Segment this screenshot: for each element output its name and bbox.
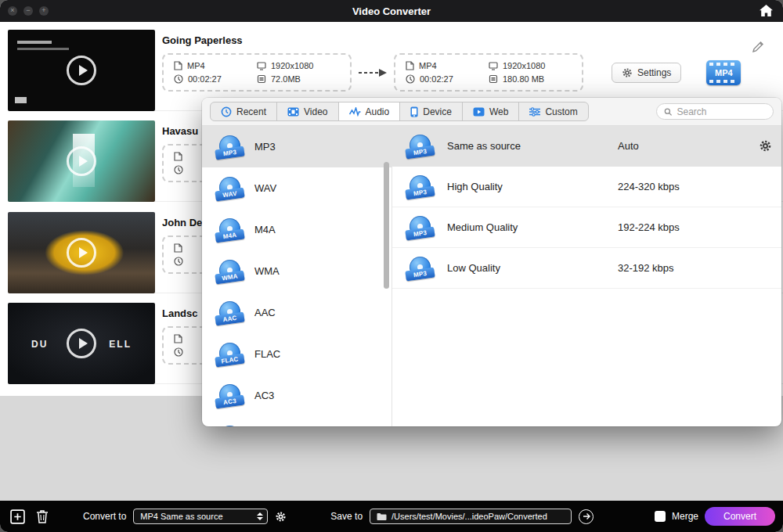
search-field[interactable]: [656, 103, 774, 120]
tab-recent[interactable]: Recent: [211, 102, 277, 120]
scrollbar-thumb[interactable]: [384, 162, 389, 289]
convert-arrow-icon: [358, 68, 388, 77]
monitor-icon: [489, 61, 498, 70]
aac-format-icon: AAC: [215, 300, 244, 325]
category-tabs: Recent Video Audio Device Web: [210, 102, 589, 121]
window-title: Video Converter: [0, 5, 783, 17]
video-thumbnail[interactable]: [8, 30, 155, 111]
app-window: Video Converter Going Paperless MP4: [0, 0, 783, 532]
file-icon: [406, 61, 414, 70]
mp3-format-icon: MP3: [406, 174, 435, 200]
file-icon: [174, 334, 182, 343]
bottom-toolbar: Convert to MP4 Same as source Save to /U…: [0, 501, 783, 532]
play-icon[interactable]: [67, 146, 96, 176]
play-icon[interactable]: [67, 56, 96, 85]
format-item-wav[interactable]: WAV WAV: [202, 167, 392, 209]
storage-icon: [257, 74, 266, 84]
format-item-wma[interactable]: WMA WMA: [202, 250, 392, 292]
output-size: 180.80 MB: [489, 74, 572, 84]
clip-title: Going Paperless: [162, 34, 783, 46]
tab-web[interactable]: Web: [463, 102, 519, 120]
format-settings-gear-icon[interactable]: [275, 511, 287, 523]
play-icon[interactable]: [67, 329, 96, 358]
wav-format-icon: WAV: [215, 176, 244, 201]
save-path-field[interactable]: /Users/test/Movies/...ideoPaw/Converted: [370, 509, 572, 524]
output-info-box: MP4 1920x1080 00:02:27 180.80 MB: [394, 53, 583, 92]
output-format-select[interactable]: MP4 Same as source: [133, 509, 268, 524]
arrow-right-icon: [583, 512, 590, 520]
stepper-arrows-icon: [252, 512, 263, 520]
preset-value: 192-224 kbps: [618, 221, 749, 233]
format-picker-toolbar: Recent Video Audio Device Web: [202, 98, 781, 126]
add-files-button[interactable]: [10, 509, 25, 524]
filmstrip-icon: [287, 107, 299, 117]
file-icon: [174, 243, 182, 253]
merge-label: Merge: [672, 511, 698, 522]
home-icon[interactable]: [760, 5, 773, 20]
tab-custom[interactable]: Custom: [519, 102, 587, 120]
format-item-partial[interactable]: [202, 416, 392, 426]
preset-value: 224-320 kbps: [618, 181, 749, 192]
gear-icon: [622, 67, 633, 78]
preset-same-as-source[interactable]: MP3 Same as source Auto: [392, 126, 781, 167]
window-controls: [8, 6, 49, 16]
video-thumbnail[interactable]: [8, 120, 155, 202]
settings-button[interactable]: Settings: [612, 63, 681, 83]
tab-audio[interactable]: Audio: [339, 102, 401, 120]
source-info-box: MP4 1920x1080 00:02:27 72.0MB: [162, 53, 352, 92]
flac-format-icon: FLAC: [215, 342, 244, 367]
mp3-format-icon: MP3: [406, 134, 435, 159]
storage-icon: [489, 74, 498, 84]
format-item-mp3[interactable]: MP3 MP3: [202, 126, 392, 167]
preset-value: Auto: [618, 140, 749, 152]
thumbnail-text-line: [17, 48, 69, 50]
waveform-icon: [349, 107, 361, 117]
delete-button[interactable]: [36, 509, 49, 523]
preset-medium-quality[interactable]: MP3 Medium Quality 192-224 kbps: [392, 207, 781, 248]
preset-settings-gear-icon[interactable]: [749, 139, 781, 153]
format-list: MP3 MP3 WAV WAV M4A M4A WMA WMA AAC AA: [202, 126, 392, 426]
convert-to-label: Convert to: [83, 511, 126, 522]
video-thumbnail[interactable]: DU ELL: [8, 303, 155, 384]
preset-high-quality[interactable]: MP3 High Quality 224-320 kbps: [392, 167, 781, 207]
tab-device[interactable]: Device: [400, 102, 463, 120]
wma-format-icon: WMA: [215, 259, 244, 284]
tab-video[interactable]: Video: [277, 102, 338, 120]
format-item-m4a[interactable]: M4A M4A: [202, 209, 392, 250]
minimize-window-icon[interactable]: [23, 6, 33, 16]
source-duration: 00:02:27: [174, 74, 257, 84]
quality-preset-list: MP3 Same as source Auto MP3 High Quality…: [392, 126, 781, 426]
close-window-icon[interactable]: [8, 6, 17, 16]
format-item-flac[interactable]: FLAC FLAC: [202, 333, 392, 375]
m4a-format-icon: M4A: [215, 217, 244, 243]
output-format-badge[interactable]: MP4: [706, 60, 741, 85]
file-icon: [174, 152, 182, 161]
zoom-window-icon[interactable]: [39, 6, 49, 16]
format-item-aac[interactable]: AAC AAC: [202, 292, 392, 333]
output-duration: 00:02:27: [406, 74, 489, 84]
thumbnail-caption: [15, 97, 27, 103]
thumbnail-overlay-text: ELL: [109, 339, 132, 350]
convert-button[interactable]: Convert: [705, 507, 775, 526]
play-icon[interactable]: [67, 238, 96, 268]
mp3-format-icon: MP3: [406, 256, 435, 281]
sliders-icon: [529, 107, 540, 117]
save-to-label: Save to: [330, 511, 363, 522]
edit-pencil-icon[interactable]: [752, 41, 764, 56]
clock-icon: [174, 165, 183, 174]
clock-icon: [174, 347, 183, 357]
output-format: MP4: [406, 61, 489, 70]
monitor-icon: [257, 61, 266, 70]
ac3-format-icon: AC3: [215, 383, 244, 408]
open-folder-button[interactable]: [579, 509, 594, 524]
preset-low-quality[interactable]: MP3 Low Quality 32-192 kbps: [392, 248, 781, 289]
search-input[interactable]: [677, 106, 766, 117]
clock-icon: [174, 74, 183, 84]
merge-checkbox[interactable]: [655, 511, 666, 522]
format-item-ac3[interactable]: AC3 AC3: [202, 375, 392, 416]
video-thumbnail[interactable]: [8, 212, 155, 293]
search-icon: [664, 107, 672, 117]
web-player-icon: [473, 107, 485, 117]
clock-icon: [174, 257, 183, 266]
output-resolution: 1920x1080: [489, 61, 572, 70]
